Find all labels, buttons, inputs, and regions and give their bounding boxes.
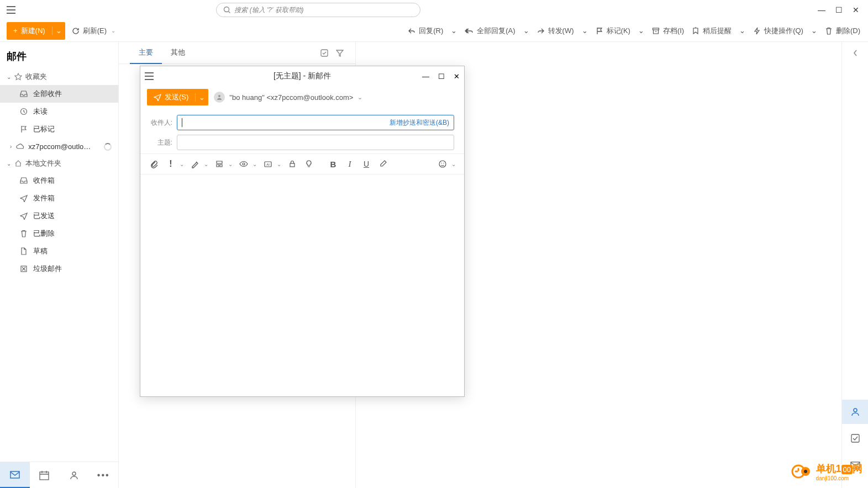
bold-icon: B bbox=[330, 160, 336, 169]
sidebar-item-sent[interactable]: 已发送 bbox=[0, 207, 118, 225]
tip-button[interactable] bbox=[302, 157, 316, 171]
new-mail-dropdown[interactable]: ⌄ bbox=[52, 26, 65, 35]
underline-button[interactable]: U bbox=[359, 157, 373, 171]
from-selector[interactable]: "bo huang" <xz7pccom@outlook.com> ⌄ bbox=[214, 92, 362, 103]
compose-window: [无主题] - 新邮件 — ☐ ✕ 发送(S) ⌄ "bo huang" <xz… bbox=[140, 66, 465, 397]
search-placeholder: 搜索 (输入 '?' 获取帮助) bbox=[234, 6, 303, 15]
sidebar-item-spam[interactable]: 垃圾邮件 bbox=[0, 260, 118, 278]
send-dropdown[interactable]: ⌄ bbox=[195, 93, 208, 102]
cloud-icon bbox=[16, 143, 24, 151]
nav-mail[interactable] bbox=[0, 462, 30, 488]
priority-dropdown[interactable]: ⌄ bbox=[178, 157, 186, 171]
new-mail-button[interactable]: +新建(N) ⌄ bbox=[7, 22, 65, 40]
subject-label: 主题: bbox=[150, 138, 172, 147]
filter-icon[interactable] bbox=[335, 49, 344, 57]
svg-point-18 bbox=[443, 163, 444, 163]
more-format-dropdown[interactable]: ⌄ bbox=[450, 157, 457, 171]
sent-icon bbox=[20, 212, 28, 220]
compose-close[interactable]: ✕ bbox=[454, 72, 460, 81]
to-input[interactable]: 新增抄送和密送(&B) bbox=[177, 115, 454, 130]
svg-rect-7 bbox=[321, 50, 328, 56]
priority-button[interactable]: ! bbox=[164, 157, 178, 171]
template-button[interactable] bbox=[212, 157, 227, 171]
italic-icon: I bbox=[349, 160, 351, 169]
window-close[interactable]: ✕ bbox=[853, 6, 859, 14]
account-header[interactable]: › xz7pccom@outlook.c... bbox=[0, 138, 118, 155]
search-input[interactable]: 搜索 (输入 '?' 获取帮助) bbox=[216, 3, 420, 17]
sidebar-item-outbox[interactable]: 发件箱 bbox=[0, 189, 118, 207]
forward-dropdown[interactable]: ⌄ bbox=[581, 24, 589, 37]
nav-more[interactable]: ••• bbox=[89, 462, 119, 488]
underline-icon: U bbox=[364, 160, 369, 168]
forward-button[interactable]: 转发(W) bbox=[536, 24, 575, 38]
star-icon bbox=[14, 73, 22, 81]
chevron-down-icon: ⌄ bbox=[7, 161, 11, 167]
favorites-header[interactable]: ⌄ 收藏夹 bbox=[0, 68, 118, 85]
reply-dropdown[interactable]: ⌄ bbox=[450, 24, 458, 37]
tab-main[interactable]: 主要 bbox=[130, 42, 162, 64]
reply-all-dropdown[interactable]: ⌄ bbox=[522, 24, 530, 37]
select-all-icon[interactable] bbox=[320, 49, 329, 57]
svg-point-16 bbox=[439, 161, 446, 167]
local-folders-header[interactable]: ⌄ 本地文件夹 bbox=[0, 155, 118, 172]
remind-dropdown[interactable]: ⌄ bbox=[738, 24, 746, 37]
reply-button[interactable]: 回复(R) bbox=[407, 24, 444, 38]
remind-button[interactable]: 稍后提醒 bbox=[691, 24, 733, 38]
visibility-button[interactable] bbox=[236, 157, 251, 171]
sidebar-item-all-inbox[interactable]: 全部收件 bbox=[0, 85, 118, 103]
bold-button[interactable]: B bbox=[326, 157, 340, 171]
trash-icon bbox=[20, 230, 28, 237]
encrypt-button[interactable] bbox=[285, 157, 299, 171]
svg-point-0 bbox=[224, 7, 229, 12]
sidebar-item-inbox[interactable]: 收件箱 bbox=[0, 172, 118, 189]
mark-button[interactable]: 标记(K) bbox=[595, 24, 632, 38]
signature-dropdown[interactable]: ⌄ bbox=[202, 157, 210, 171]
sidebar-item-flagged[interactable]: 已标记 bbox=[0, 120, 118, 138]
quick-action-dropdown[interactable]: ⌄ bbox=[810, 24, 818, 37]
trash-icon bbox=[825, 27, 833, 35]
person-icon bbox=[850, 406, 861, 417]
attach-button[interactable] bbox=[147, 157, 161, 171]
svg-point-11 bbox=[218, 95, 220, 97]
home-icon bbox=[14, 160, 22, 167]
italic-button[interactable]: I bbox=[343, 157, 357, 171]
search-icon bbox=[223, 6, 231, 14]
ai-dropdown[interactable]: ⌄ bbox=[275, 157, 283, 171]
tab-other[interactable]: 其他 bbox=[162, 42, 194, 64]
person-icon bbox=[69, 470, 80, 481]
emoji-button[interactable] bbox=[435, 157, 450, 171]
bulb-icon bbox=[304, 160, 313, 168]
compose-minimize[interactable]: — bbox=[422, 72, 429, 81]
chevron-down-icon: ⌄ bbox=[7, 74, 11, 80]
archive-button[interactable]: 存档(I) bbox=[651, 24, 685, 38]
template-dropdown[interactable]: ⌄ bbox=[227, 157, 234, 171]
watermark-logo-icon bbox=[791, 460, 813, 482]
remind-icon bbox=[692, 27, 699, 35]
quick-action-button[interactable]: 快捷操作(Q) bbox=[752, 24, 804, 38]
signature-button[interactable] bbox=[188, 157, 202, 171]
mark-dropdown[interactable]: ⌄ bbox=[637, 24, 645, 37]
hamburger-menu[interactable] bbox=[4, 3, 18, 17]
compose-body[interactable] bbox=[140, 174, 464, 396]
format-painter-button[interactable] bbox=[376, 157, 390, 171]
window-minimize[interactable]: — bbox=[818, 6, 825, 14]
window-maximize[interactable]: ☐ bbox=[835, 6, 843, 14]
reply-all-button[interactable]: 全部回复(A) bbox=[464, 24, 516, 38]
add-cc-bcc-link[interactable]: 新增抄送和密送(&B) bbox=[390, 118, 449, 128]
rail-contacts[interactable] bbox=[842, 400, 868, 424]
sidebar-item-drafts[interactable]: 草稿 bbox=[0, 242, 118, 260]
refresh-button[interactable]: 刷新(E)⌄ bbox=[71, 24, 117, 38]
ai-button[interactable]: AI bbox=[261, 157, 275, 171]
subject-input[interactable] bbox=[177, 135, 454, 150]
compose-hamburger[interactable] bbox=[145, 72, 158, 80]
send-button[interactable]: 发送(S) ⌄ bbox=[147, 89, 208, 105]
collapse-rail-button[interactable] bbox=[842, 42, 868, 64]
nav-contacts[interactable] bbox=[59, 462, 89, 488]
sidebar-item-deleted[interactable]: 已删除 bbox=[0, 225, 118, 242]
delete-button[interactable]: 删除(D) bbox=[824, 24, 861, 38]
sidebar-item-unread[interactable]: 未读 bbox=[0, 103, 118, 120]
rail-todo[interactable] bbox=[842, 426, 868, 450]
compose-maximize[interactable]: ☐ bbox=[438, 72, 445, 81]
nav-calendar[interactable] bbox=[30, 462, 60, 488]
visibility-dropdown[interactable]: ⌄ bbox=[251, 157, 259, 171]
